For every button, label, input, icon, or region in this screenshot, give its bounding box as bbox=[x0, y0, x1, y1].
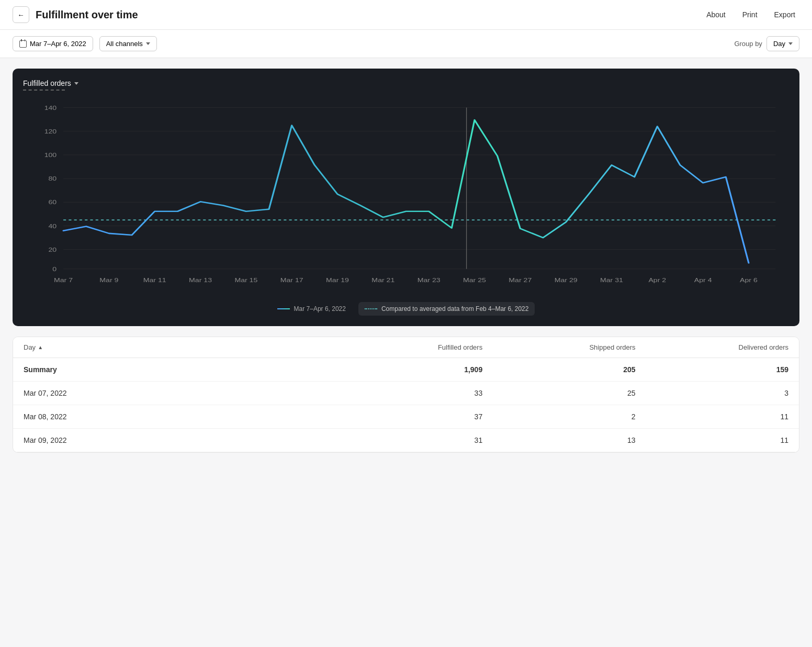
sort-asc-icon: ▲ bbox=[38, 344, 43, 350]
col-day-label: Day bbox=[24, 343, 36, 351]
svg-text:Mar 15: Mar 15 bbox=[234, 277, 257, 284]
svg-text:Apr 2: Apr 2 bbox=[648, 277, 666, 284]
chevron-down-icon bbox=[74, 82, 78, 85]
channel-button[interactable]: All channels bbox=[99, 36, 157, 51]
table-header: Day ▲ Fulfilled orders Shipped orders De… bbox=[13, 337, 799, 358]
legend-compared-label: Compared to averaged data from Feb 4–Mar… bbox=[381, 305, 529, 313]
summary-fulfilled: 1,909 bbox=[330, 365, 482, 374]
svg-text:Mar 19: Mar 19 bbox=[326, 277, 349, 284]
print-button[interactable]: Print bbox=[738, 8, 762, 21]
legend-current-label: Mar 7–Apr 6, 2022 bbox=[294, 305, 346, 313]
legend-current: Mar 7–Apr 6, 2022 bbox=[277, 305, 346, 313]
chart-container: Fulfilled orders 140 120 100 80 bbox=[13, 69, 799, 326]
svg-text:Mar 21: Mar 21 bbox=[371, 277, 394, 284]
svg-text:Mar 23: Mar 23 bbox=[418, 277, 441, 284]
toolbar: Mar 7–Apr 6, 2022 All channels Group by … bbox=[0, 30, 812, 58]
chart-legend: Mar 7–Apr 6, 2022 Compared to averaged d… bbox=[23, 302, 789, 316]
row-fulfilled: 37 bbox=[330, 412, 482, 421]
legend-compared: Compared to averaged data from Feb 4–Mar… bbox=[358, 302, 535, 316]
calendar-icon bbox=[19, 40, 27, 48]
summary-shipped: 205 bbox=[482, 365, 635, 374]
row-delivered: 3 bbox=[636, 389, 788, 397]
page-title: Fulfillment over time bbox=[36, 9, 702, 21]
svg-text:60: 60 bbox=[49, 199, 57, 206]
main-chart-line bbox=[63, 120, 749, 263]
group-by-select[interactable]: Day bbox=[766, 36, 799, 51]
svg-text:140: 140 bbox=[44, 104, 57, 111]
row-delivered: 11 bbox=[636, 436, 788, 444]
channel-label: All channels bbox=[106, 40, 143, 48]
chart-legend-dashed-line bbox=[23, 90, 65, 91]
row-shipped: 2 bbox=[482, 412, 635, 421]
row-shipped: 25 bbox=[482, 389, 635, 397]
chart-title-label: Fulfilled orders bbox=[23, 79, 71, 87]
chevron-down-icon bbox=[146, 42, 150, 45]
legend-current-line bbox=[277, 308, 290, 309]
row-day: Mar 09, 2022 bbox=[24, 436, 330, 444]
svg-text:Mar 9: Mar 9 bbox=[99, 277, 118, 284]
col-header-shipped[interactable]: Shipped orders bbox=[482, 343, 635, 351]
svg-text:80: 80 bbox=[49, 175, 57, 182]
svg-text:Mar 25: Mar 25 bbox=[463, 277, 486, 284]
page-header: ← Fulfillment over time About Print Expo… bbox=[0, 0, 812, 30]
svg-text:Mar 29: Mar 29 bbox=[555, 277, 578, 284]
svg-text:Mar 27: Mar 27 bbox=[509, 277, 532, 284]
svg-text:Mar 17: Mar 17 bbox=[280, 277, 303, 284]
svg-text:20: 20 bbox=[49, 246, 57, 253]
chart-svg: 140 120 100 80 60 40 20 0 bbox=[23, 97, 789, 296]
table-section: Day ▲ Fulfilled orders Shipped orders De… bbox=[13, 337, 799, 453]
chart-title-button[interactable]: Fulfilled orders bbox=[23, 79, 78, 87]
export-button[interactable]: Export bbox=[770, 8, 799, 21]
table-row: Mar 07, 2022 33 25 3 bbox=[13, 382, 799, 405]
svg-text:Apr 4: Apr 4 bbox=[694, 277, 712, 284]
main-content: Fulfilled orders 140 120 100 80 bbox=[0, 58, 812, 463]
header-actions: About Print Export bbox=[702, 8, 799, 21]
back-button[interactable]: ← bbox=[13, 6, 29, 23]
svg-text:Mar 31: Mar 31 bbox=[600, 277, 623, 284]
back-icon: ← bbox=[17, 11, 24, 19]
row-fulfilled: 31 bbox=[330, 436, 482, 444]
svg-text:100: 100 bbox=[44, 151, 57, 158]
legend-compared-line bbox=[365, 308, 377, 309]
svg-text:Apr 6: Apr 6 bbox=[740, 277, 758, 284]
svg-text:0: 0 bbox=[52, 265, 57, 272]
group-by-section: Group by Day bbox=[734, 36, 799, 51]
table-row: Mar 08, 2022 37 2 11 bbox=[13, 405, 799, 429]
row-fulfilled: 33 bbox=[330, 389, 482, 397]
chart-header: Fulfilled orders bbox=[23, 79, 789, 91]
col-header-delivered[interactable]: Delivered orders bbox=[636, 343, 788, 351]
row-day: Mar 07, 2022 bbox=[24, 389, 330, 397]
col-header-fulfilled[interactable]: Fulfilled orders bbox=[330, 343, 482, 351]
row-day: Mar 08, 2022 bbox=[24, 412, 330, 421]
summary-delivered: 159 bbox=[636, 365, 788, 374]
summary-label: Summary bbox=[24, 365, 330, 374]
row-shipped: 13 bbox=[482, 436, 635, 444]
svg-text:Mar 13: Mar 13 bbox=[189, 277, 212, 284]
date-range-label: Mar 7–Apr 6, 2022 bbox=[30, 40, 86, 48]
svg-text:40: 40 bbox=[49, 222, 57, 229]
svg-text:Mar 11: Mar 11 bbox=[143, 277, 166, 284]
svg-text:Mar 7: Mar 7 bbox=[54, 277, 73, 284]
table-row: Mar 09, 2022 31 13 11 bbox=[13, 429, 799, 452]
date-range-button[interactable]: Mar 7–Apr 6, 2022 bbox=[13, 36, 93, 51]
chevron-down-icon bbox=[788, 42, 793, 45]
about-button[interactable]: About bbox=[702, 8, 730, 21]
svg-text:120: 120 bbox=[44, 128, 57, 135]
row-delivered: 11 bbox=[636, 412, 788, 421]
col-header-day[interactable]: Day ▲ bbox=[24, 343, 330, 351]
group-by-label: Group by bbox=[734, 40, 762, 48]
chart-area: 140 120 100 80 60 40 20 0 bbox=[23, 97, 789, 296]
summary-row: Summary 1,909 205 159 bbox=[13, 358, 799, 382]
group-by-value: Day bbox=[773, 40, 785, 48]
